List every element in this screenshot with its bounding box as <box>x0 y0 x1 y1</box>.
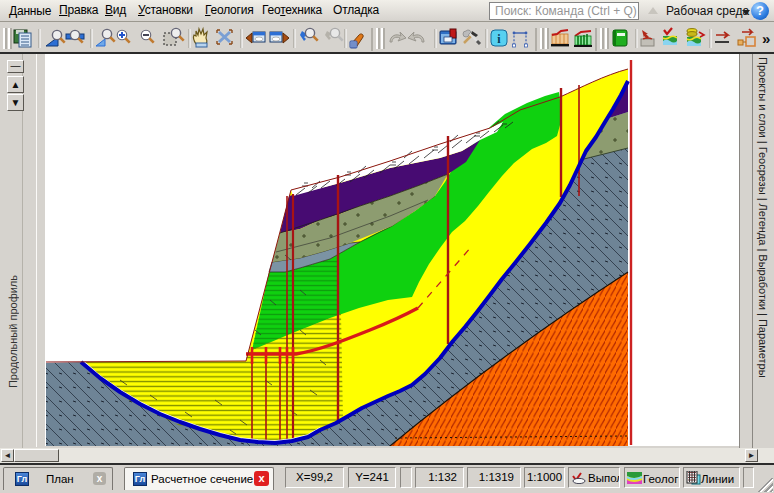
svg-text:»: » <box>762 30 770 47</box>
